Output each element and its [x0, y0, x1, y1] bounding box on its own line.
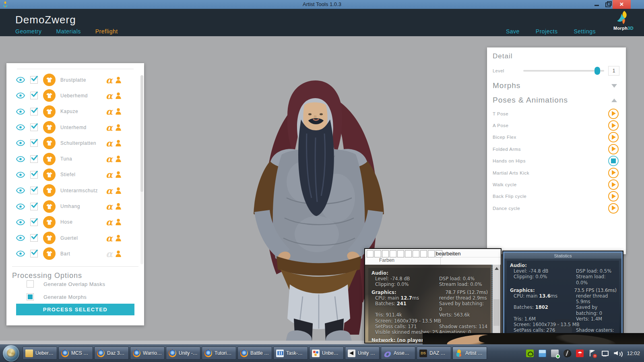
- alpha-icon[interactable]: α: [106, 139, 113, 147]
- palette-swatch[interactable]: [374, 250, 381, 257]
- skinning-person-icon[interactable]: [115, 218, 122, 226]
- palette-swatches[interactable]: [367, 250, 442, 257]
- palette-swatch[interactable]: [405, 250, 412, 257]
- pose-play-button[interactable]: [608, 144, 619, 154]
- skinning-person-icon[interactable]: [115, 124, 122, 131]
- paint-canvas[interactable]: Audio:Level: -74.8 dBDSP load: 0.4%Clipp…: [365, 265, 501, 343]
- palette-swatch[interactable]: [382, 250, 389, 257]
- taskbar-button-unbenan[interactable]: Unbenan...: [309, 347, 344, 360]
- taskbar-clock[interactable]: 12:02: [627, 350, 640, 356]
- visibility-eye-icon[interactable]: [16, 172, 26, 178]
- taskbar-button-unity-le[interactable]: Unity - Le...: [166, 347, 200, 360]
- visibility-eye-icon[interactable]: [16, 93, 26, 99]
- item-checkbox[interactable]: [30, 108, 38, 115]
- item-checkbox[interactable]: [30, 76, 38, 84]
- skinning-person-icon[interactable]: [115, 203, 122, 210]
- alpha-icon[interactable]: α: [106, 171, 113, 179]
- projects-action[interactable]: Projects: [536, 28, 558, 35]
- avira-tray-icon[interactable]: [576, 350, 584, 357]
- skinning-person-icon[interactable]: [115, 140, 122, 147]
- detail-level-slider[interactable]: [523, 70, 604, 72]
- process-selected-button[interactable]: PROCESS SELECTED: [16, 304, 134, 315]
- visibility-eye-icon[interactable]: [16, 204, 26, 210]
- alpha-icon[interactable]: α: [106, 202, 113, 210]
- option-checkbox[interactable]: [27, 280, 34, 288]
- restore-button-icon[interactable]: [602, 0, 613, 9]
- visibility-eye-icon[interactable]: [16, 124, 26, 130]
- alpha-icon[interactable]: α: [106, 92, 113, 100]
- paint-scrollbar[interactable]: [493, 265, 500, 343]
- palette-swatch[interactable]: [428, 250, 435, 257]
- taskbar-button-tutorial-1[interactable]: Tutorial 1 ...: [202, 347, 236, 360]
- nvidia-tray-icon[interactable]: [526, 350, 534, 357]
- item-checkbox[interactable]: [30, 203, 38, 210]
- option-checkbox[interactable]: [27, 293, 34, 300]
- palette-swatch[interactable]: [420, 250, 427, 257]
- speaker-tray-icon[interactable]: [613, 350, 621, 357]
- slider-thumb[interactable]: [594, 67, 600, 75]
- pose-play-button[interactable]: [608, 168, 619, 178]
- tab-preflight[interactable]: Preflight: [95, 28, 118, 35]
- morph3d-logo[interactable]: Morph3D: [610, 10, 637, 31]
- palette-swatch[interactable]: [397, 250, 404, 257]
- item-checkbox[interactable]: [30, 218, 38, 226]
- start-button[interactable]: [3, 345, 19, 362]
- visibility-eye-icon[interactable]: [16, 109, 26, 115]
- alpha-icon[interactable]: α: [106, 187, 113, 195]
- pose-play-button[interactable]: [608, 191, 619, 202]
- close-button-icon[interactable]: [613, 0, 631, 9]
- settings-action[interactable]: Settings: [574, 28, 596, 35]
- alpha-icon[interactable]: α: [106, 107, 113, 115]
- statistics-window-title[interactable]: Statistics: [504, 253, 621, 259]
- taskbar-button-warrior-q[interactable]: Warrior Q...: [130, 347, 165, 360]
- skinning-person-icon[interactable]: [115, 187, 122, 194]
- dish-tray-icon[interactable]: [563, 348, 572, 358]
- alpha-icon[interactable]: α: [106, 155, 113, 163]
- pose-play-button[interactable]: [608, 120, 619, 131]
- taskbar-button-assembly[interactable]: Assembly...: [381, 347, 415, 360]
- item-checkbox[interactable]: [30, 155, 38, 163]
- visibility-eye-icon[interactable]: [16, 235, 26, 241]
- tab-geometry[interactable]: Geometry: [15, 28, 41, 35]
- skinning-person-icon[interactable]: [115, 155, 122, 162]
- visibility-eye-icon[interactable]: [16, 251, 26, 257]
- item-checkbox[interactable]: [30, 92, 38, 99]
- item-checkbox[interactable]: [30, 187, 38, 194]
- usb-tray-icon[interactable]: [551, 350, 559, 357]
- flag-tray-icon[interactable]: [588, 350, 596, 357]
- visibility-eye-icon[interactable]: [16, 77, 26, 83]
- taskbar-button-artist-too[interactable]: Artist Too...: [452, 347, 487, 360]
- taskbar-button-battle-gu[interactable]: Battle Gu...: [237, 347, 272, 360]
- poses-section-header[interactable]: Poses & Animations: [493, 96, 619, 105]
- window-tray-icon[interactable]: [539, 350, 546, 357]
- palette-swatch[interactable]: [367, 250, 374, 257]
- taskbar-button-daz-studi[interactable]: DAZ Studi...: [417, 347, 451, 360]
- scroll-up-icon[interactable]: [495, 267, 499, 270]
- save-action[interactable]: Save: [506, 28, 520, 35]
- alpha-icon[interactable]: α: [106, 123, 113, 132]
- pose-stop-button[interactable]: [608, 156, 619, 166]
- taskbar-button-task-man[interactable]: Task-Man...: [273, 347, 308, 360]
- taskbar-button-mcs-1-6[interactable]: MCS 1.6 -...: [58, 347, 93, 360]
- pose-play-button[interactable]: [608, 132, 619, 142]
- item-checkbox[interactable]: [30, 234, 38, 242]
- palette-swatch[interactable]: [413, 250, 419, 257]
- minimize-button-icon[interactable]: [592, 0, 602, 9]
- item-checkbox[interactable]: [30, 123, 38, 131]
- pose-play-button[interactable]: [608, 203, 619, 214]
- visibility-eye-icon[interactable]: [16, 187, 26, 193]
- alpha-icon[interactable]: α: [106, 218, 113, 226]
- item-checkbox[interactable]: [30, 139, 38, 147]
- skinning-person-icon[interactable]: [115, 234, 122, 242]
- network-tray-icon[interactable]: [601, 350, 609, 357]
- alpha-icon[interactable]: α: [106, 76, 113, 84]
- visibility-eye-icon[interactable]: [16, 140, 26, 146]
- visibility-eye-icon[interactable]: [16, 219, 26, 225]
- pose-play-button[interactable]: [608, 109, 619, 119]
- skinning-person-icon[interactable]: [115, 108, 122, 115]
- item-checkbox[interactable]: [30, 171, 38, 179]
- skinning-person-icon[interactable]: [115, 92, 122, 99]
- alpha-icon[interactable]: α: [106, 250, 113, 258]
- palette-swatch[interactable]: [390, 250, 396, 257]
- alpha-icon[interactable]: α: [106, 234, 113, 242]
